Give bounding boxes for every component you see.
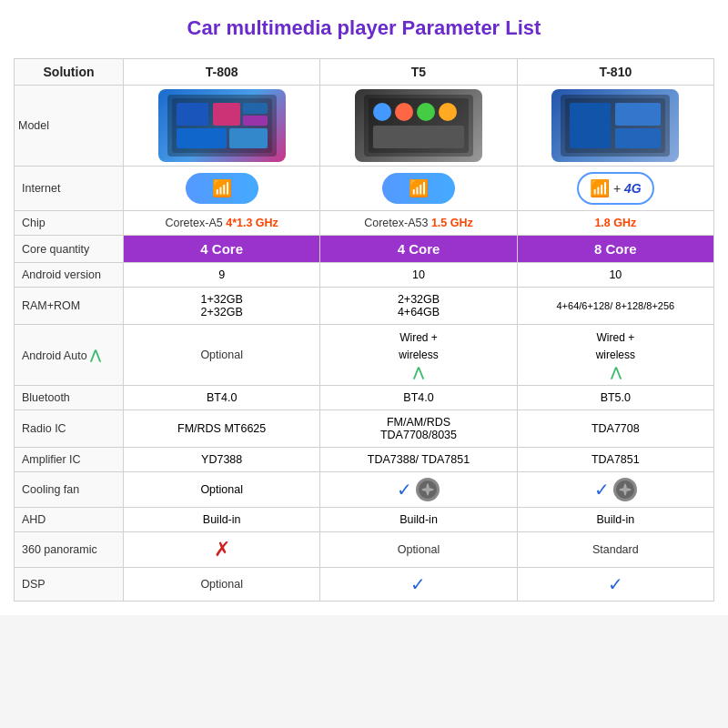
panoramic-row: 360 panoramic ✗ Optional Standard [15, 531, 714, 567]
comparison-table: Solution T-808 T5 T-810 Model [14, 58, 714, 602]
ahd-810-cell: Build-in [517, 507, 713, 531]
radio-808-cell: FM/RDS MT6625 [124, 410, 320, 447]
svg-rect-4 [243, 116, 268, 126]
model-810-cell [517, 86, 713, 167]
svg-rect-12 [373, 126, 464, 148]
chip-808-speed: 4*1.3 GHz [226, 217, 278, 229]
pano-810-value: Standard [592, 543, 639, 556]
chip-t5-cell: Coretex-A53 1.5 GHz [320, 211, 517, 236]
svg-rect-10 [417, 103, 435, 121]
auto-810-logo: ⋀ [611, 365, 621, 379]
wifi-t5-button: 📶 [382, 173, 455, 204]
pano-t5-value: Optional [398, 543, 440, 556]
amplifier-label: Amplifier IC [15, 447, 124, 471]
auto-808-value: Optional [200, 349, 243, 361]
model-810-image [551, 89, 679, 162]
svg-rect-14 [570, 103, 611, 148]
android-auto-row: Android Auto ⋀ Optional Wired + wireless… [15, 325, 714, 386]
svg-rect-8 [373, 103, 391, 121]
svg-rect-11 [439, 103, 457, 121]
amp-810-cell: TDA7851 [517, 447, 713, 471]
ahd-label: AHD [15, 507, 124, 531]
fan-810-cell: ✓ [517, 471, 713, 507]
t810-header: T-810 [517, 59, 713, 86]
amplifier-row: Amplifier IC YD7388 TDA7388/ TDA7851 TDA… [15, 447, 714, 471]
wifi-808-icon: 📶 [212, 178, 232, 198]
chip-t5-name: Coretex-A53 [364, 217, 428, 229]
svg-rect-1 [177, 103, 208, 126]
core-t5-cell: 4 Core [320, 236, 517, 263]
android-auto-808-cell: Optional [124, 325, 320, 386]
internet-row: Internet 📶 📶 📶 + 4G [15, 167, 714, 211]
auto-810-container: Wired + wireless ⋀ [525, 330, 706, 379]
ahd-t5-cell: Build-in [320, 507, 517, 531]
ram-t5-cell: 2+32GB 4+64GB [320, 288, 517, 325]
chip-808-name: Coretex-A5 [165, 217, 222, 229]
chip-row: Chip Coretex-A5 4*1.3 GHz Coretex-A53 1.… [15, 211, 714, 236]
svg-rect-2 [213, 103, 240, 126]
pano-t5-cell: Optional [320, 531, 517, 567]
internet-808-cell: 📶 [124, 167, 320, 211]
dsp-t5-cell: ✓ [320, 567, 517, 601]
core-810-cell: 8 Core [517, 236, 713, 263]
fan-808-cell: Optional [124, 471, 320, 507]
auto-t5-line1: Wired + [399, 330, 438, 346]
4g-label: 4G [624, 181, 642, 196]
plus-icon: + [613, 181, 621, 196]
page-title: Car multimedia player Parameter List [14, 9, 714, 47]
dsp-810-cell: ✓ [517, 567, 713, 601]
model-t5-image [355, 89, 482, 162]
svg-rect-9 [395, 103, 413, 121]
android-label: Android version [15, 263, 124, 288]
radio-row: Radio IC FM/RDS MT6625 FM/AM/RDS TDA7708… [15, 410, 714, 447]
t808-header: T-808 [124, 59, 320, 86]
fan-810-check: ✓ [594, 479, 610, 500]
fan-label: Cooling fan [15, 471, 124, 507]
android-808-cell: 9 [124, 263, 320, 288]
chip-810-speed: 1.8 GHz [594, 217, 636, 229]
svg-rect-6 [229, 128, 268, 148]
android-auto-label: Android Auto ⋀ [15, 325, 124, 386]
model-label: Model [15, 86, 124, 167]
core-label: Core quantity [15, 236, 124, 263]
radio-t5-cell: FM/AM/RDS TDA7708/8035 [320, 410, 517, 447]
fan-810-icon [613, 478, 637, 501]
amp-t5-cell: TDA7388/ TDA7851 [320, 447, 517, 471]
ahd-row: AHD Build-in Build-in Build-in [15, 507, 714, 531]
ram-label: RAM+ROM [15, 288, 124, 325]
dsp-808-cell: Optional [124, 567, 320, 601]
auto-810-line2: wireless [596, 348, 635, 363]
bt-810-cell: BT5.0 [517, 385, 713, 410]
dsp-810-check: ✓ [608, 574, 623, 594]
solution-row: Solution T-808 T5 T-810 [15, 59, 714, 86]
pano-808-cross: ✗ [214, 538, 230, 561]
bluetooth-row: Bluetooth BT4.0 BT4.0 BT5.0 [15, 385, 714, 410]
svg-rect-16 [615, 128, 661, 148]
svg-rect-3 [243, 103, 268, 114]
model-t5-screen [364, 95, 473, 157]
chip-t5-speed: 1.5 GHz [431, 217, 473, 229]
ram-808-cell: 1+32GB 2+32GB [124, 288, 320, 325]
model-810-screen [561, 95, 670, 157]
chip-808-cell: Coretex-A5 4*1.3 GHz [124, 211, 320, 236]
fan-t5-container: ✓ [397, 478, 440, 501]
bt-808-cell: BT4.0 [124, 385, 320, 410]
wifi-810-icon: 📶 [590, 178, 610, 198]
auto-810-line1: Wired + [596, 330, 634, 346]
radio-810-cell: TDA7708 [517, 410, 713, 447]
bluetooth-label: Bluetooth [15, 385, 124, 410]
fan-t5-icon [416, 478, 440, 501]
auto-t5-line2: wireless [399, 348, 438, 363]
chip-810-cell: 1.8 GHz [517, 211, 713, 236]
android-version-row: Android version 9 10 10 [15, 263, 714, 288]
radio-label: Radio IC [15, 410, 124, 447]
model-t5-cell [320, 86, 517, 167]
android-810-cell: 10 [517, 263, 713, 288]
model-row: Model [15, 86, 714, 167]
ram-row: RAM+ROM 1+32GB 2+32GB 2+32GB 4+64GB 4+64… [15, 288, 714, 325]
core-808-cell: 4 Core [124, 236, 320, 263]
ram-810-cell: 4+64/6+128/ 8+128/8+256 [517, 288, 713, 325]
android-auto-logo: ⋀ [90, 348, 100, 362]
fan-t5-check: ✓ [397, 479, 412, 500]
t5-header: T5 [320, 59, 517, 86]
